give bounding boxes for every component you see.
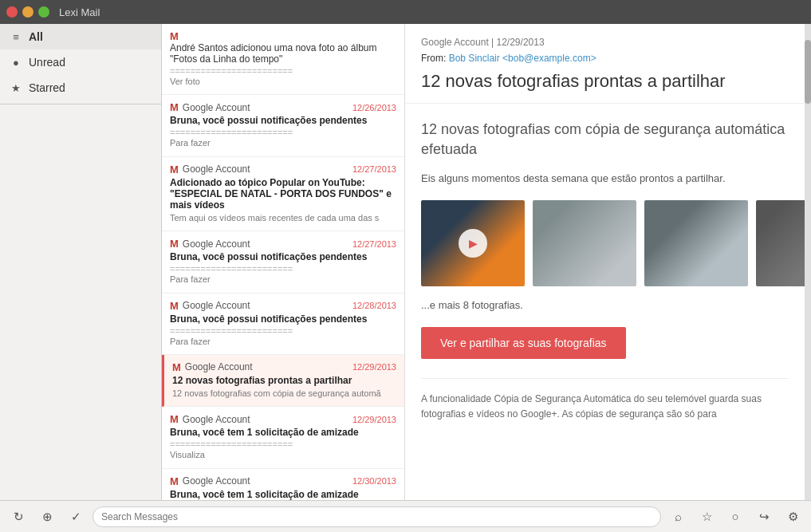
list-item[interactable]: M Google Account 12/30/2013 Bruna, você … <box>162 469 404 500</box>
email-date: 12/29/2013 <box>352 362 396 372</box>
email-body-heading: 12 novas fotografias com cópia de segura… <box>421 120 789 160</box>
minimize-button[interactable] <box>22 6 33 18</box>
list-item[interactable]: M Google Account 12/27/2013 Adicionado a… <box>162 157 404 231</box>
done-button[interactable]: ✓ <box>64 506 88 528</box>
list-item[interactable]: M Google Account 12/27/2013 Bruna, você … <box>162 231 404 293</box>
email-from: From: Bob Sinclair <bob@example.com> <box>421 53 789 64</box>
email-body: 12 novas fotografias com cópia de segura… <box>405 104 805 439</box>
email-action: Visualiza <box>170 449 396 461</box>
email-action: Para fazer <box>170 336 396 348</box>
gmail-icon: M <box>170 413 179 425</box>
photo-thumbnail-1[interactable]: ▶ <box>421 200 525 286</box>
email-header: Google Account | 12/29/2013 From: Bob Si… <box>405 24 805 104</box>
email-item-header: M Google Account 12/30/2013 <box>170 475 396 487</box>
right-scrollbar[interactable] <box>805 24 811 500</box>
refresh-icon: ↻ <box>14 510 24 524</box>
list-item[interactable]: M André Santos adicionou uma nova foto a… <box>162 24 404 95</box>
main-container: ≡ All ● Unread ★ Starred M André Santos … <box>0 24 811 500</box>
photo-thumbnail-3[interactable] <box>644 200 748 286</box>
reading-pane-wrapper: Google Account | 12/29/2013 From: Bob Si… <box>405 24 811 500</box>
list-item[interactable]: M Google Account 12/29/2013 Bruna, você … <box>162 407 404 468</box>
play-button[interactable]: ▶ <box>459 229 487 258</box>
email-action: Para fazer <box>170 137 396 149</box>
sidebar-item-starred[interactable]: ★ Starred <box>0 75 161 100</box>
close-button[interactable] <box>6 6 18 18</box>
bottom-toolbar: ↻ ⊕ ✓ ⌕ ☆ ○ ↪ ⚙ <box>0 500 811 532</box>
email-title: 12 novas fotografias prontas a partilhar <box>421 70 789 93</box>
unread-icon: ● <box>10 56 22 69</box>
email-sender: M Google Account <box>170 413 250 425</box>
email-date: 12/27/2013 <box>352 164 396 174</box>
sender-name: Google Account <box>183 238 250 250</box>
photo-thumbnail-2[interactable] <box>533 200 636 286</box>
email-sender: M <box>170 30 396 42</box>
list-item[interactable]: M Google Account 12/29/2013 12 novas fot… <box>162 355 404 407</box>
search-button[interactable]: ⌕ <box>666 506 690 528</box>
email-date: 12/28/2013 <box>352 301 396 310</box>
email-item-header: M Google Account 12/27/2013 <box>170 164 396 175</box>
star-icon: ☆ <box>702 510 712 524</box>
maximize-button[interactable] <box>38 6 49 18</box>
starred-icon: ★ <box>10 81 22 94</box>
email-preview: 12 novas fotografias com cópia de segura… <box>172 388 396 400</box>
email-date: 12/29/2013 <box>352 415 396 424</box>
star-button[interactable]: ☆ <box>695 506 718 528</box>
email-item-header: M Google Account 12/29/2013 <box>170 413 396 425</box>
email-subject: Bruna, você possui notificações pendente… <box>170 251 396 262</box>
sender-name: Google Account <box>183 164 250 175</box>
gmail-icon: M <box>170 300 179 312</box>
sidebar-item-unread[interactable]: ● Unread <box>0 49 161 75</box>
settings-button[interactable]: ⚙ <box>781 506 805 528</box>
gmail-icon: M <box>172 361 181 373</box>
search-input[interactable] <box>93 506 661 527</box>
sidebar-spacer <box>0 108 161 500</box>
reading-pane: Google Account | 12/29/2013 From: Bob Si… <box>405 24 805 500</box>
reply-button[interactable]: ↪ <box>752 506 776 528</box>
from-address[interactable]: Bob Sinclair <bob@example.com> <box>449 53 596 64</box>
email-subject: André Santos adicionou uma nova foto ao … <box>170 42 396 65</box>
email-meta: Google Account | 12/29/2013 <box>421 37 789 48</box>
email-sender: M Google Account <box>170 101 250 113</box>
email-sender: M Google Account <box>170 300 250 312</box>
email-date: 12/26/2013 <box>352 103 396 112</box>
sidebar: ≡ All ● Unread ★ Starred <box>0 24 162 500</box>
email-subject: Bruna, você possui notificações pendente… <box>170 115 396 126</box>
email-subject: Adicionado ao tópico Popular on YouTube:… <box>170 177 396 211</box>
email-subject: Bruna, você possui notificações pendente… <box>170 313 396 325</box>
list-item[interactable]: M Google Account 12/26/2013 Bruna, você … <box>162 95 404 156</box>
settings-icon: ⚙ <box>788 510 798 524</box>
sidebar-label-unread: Unread <box>29 56 65 69</box>
circle-button[interactable]: ○ <box>723 506 747 528</box>
gmail-icon: M <box>170 475 179 487</box>
from-label: From: <box>421 53 446 64</box>
gmail-icon: M <box>170 164 179 175</box>
email-preview: ======================== <box>170 326 396 336</box>
sidebar-label-all: All <box>29 30 43 43</box>
email-sender: M Google Account <box>170 475 250 487</box>
email-item-header: M Google Account 12/27/2013 <box>170 238 396 250</box>
sender-name: Google Account <box>183 102 250 113</box>
sender-name: Google Account <box>183 300 250 311</box>
email-action: Ver foto <box>170 76 396 88</box>
photo-thumbnail-4[interactable] <box>756 200 805 286</box>
email-subject: Bruna, você tem 1 solicitação de amizade <box>170 427 396 438</box>
email-preview: Tem aqui os vídeos mais recentes de cada… <box>170 212 396 224</box>
email-footer-text: A funcionalidade Cópia de Segurança Auto… <box>421 378 789 422</box>
sender-name: Google Account <box>183 475 250 487</box>
email-subject: 12 novas fotografias prontas a partilhar <box>172 375 396 386</box>
email-item-header: M Google Account 12/29/2013 <box>172 361 396 373</box>
email-sender: M Google Account <box>170 238 250 250</box>
refresh-button[interactable]: ↻ <box>6 506 30 528</box>
cta-button[interactable]: Ver e partilhar as suas fotografias <box>421 327 626 359</box>
all-icon: ≡ <box>10 30 22 43</box>
scrollbar-thumb[interactable] <box>805 40 811 104</box>
list-item[interactable]: M Google Account 12/28/2013 Bruna, você … <box>162 294 404 355</box>
sidebar-label-starred: Starred <box>29 81 65 94</box>
compose-button[interactable]: ⊕ <box>35 506 59 528</box>
titlebar: Lexi Mail <box>0 0 811 24</box>
gmail-icon: M <box>170 238 179 250</box>
sidebar-item-all[interactable]: ≡ All <box>0 24 161 49</box>
email-date: 12/27/2013 <box>352 239 396 249</box>
more-photos-text: ...e mais 8 fotografias. <box>421 299 789 311</box>
reply-icon: ↪ <box>759 510 770 524</box>
